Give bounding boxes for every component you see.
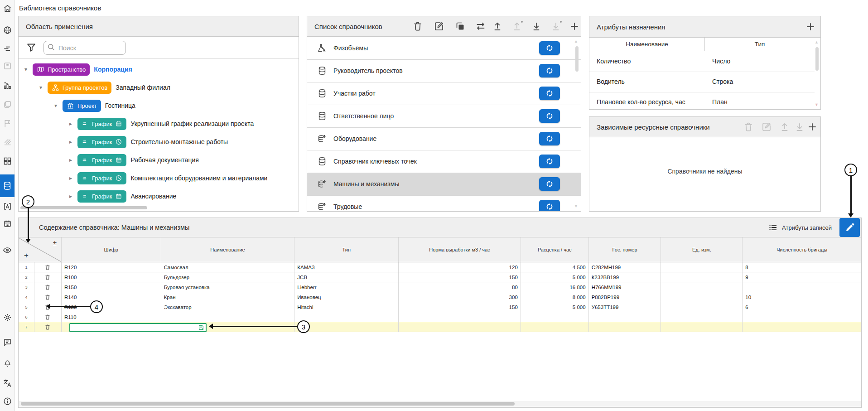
cell-price[interactable] [521, 322, 589, 332]
cell-rate[interactable]: 120 [399, 262, 521, 272]
nav-grid[interactable] [0, 153, 14, 169]
tree-item-label[interactable]: Западный филиал [116, 84, 170, 91]
nav-database-active[interactable] [0, 174, 14, 197]
attr-row-kolichestvo[interactable]: Количество Число [589, 51, 815, 72]
caret-down-icon[interactable]: ▾ [38, 84, 43, 91]
delete-row-button[interactable] [34, 312, 62, 322]
nav-lines[interactable] [0, 40, 14, 57]
cell-price[interactable]: 5 000 [521, 302, 589, 312]
column-header-type[interactable]: Тип [705, 38, 815, 51]
cell-crew[interactable]: 10 [743, 292, 861, 302]
tree-item-project[interactable]: ▾ Проект Гостиница [53, 98, 135, 113]
column-header-plate[interactable]: Гос. номер [589, 237, 661, 262]
cell-code[interactable]: R150 [62, 282, 161, 292]
tree-item-schedule-5[interactable]: ▸ График Авансирование [68, 189, 176, 203]
cell-code[interactable]: R140 [62, 292, 161, 302]
tree-item-label[interactable]: Строительно-монтажные работы [130, 138, 228, 145]
list-item-trudovye[interactable]: Трудовые [307, 195, 581, 212]
add-attribute-button[interactable] [805, 21, 816, 32]
sync-button[interactable] [539, 177, 560, 191]
table-row[interactable]: 2 R100 Бульдозер JCB 150 5 000 К232ВВ199… [19, 272, 861, 282]
upload-button[interactable] [492, 21, 503, 32]
cell-name[interactable]: Кран [161, 292, 295, 302]
cell-crew[interactable] [743, 282, 861, 292]
expand-collapse-control[interactable]: ± [53, 239, 57, 247]
nav-info[interactable] [0, 393, 14, 409]
download-button-disabled[interactable] [794, 121, 805, 132]
nav-calendar[interactable] [0, 215, 14, 232]
column-header-type[interactable]: Тип [294, 237, 399, 262]
list-item-fizobyomy[interactable]: Физобъёмы [307, 37, 581, 60]
cell-plate[interactable]: У653ТТ199 [589, 302, 661, 312]
cell-type[interactable]: КАМАЗ [294, 262, 399, 272]
nav-folders[interactable] [0, 96, 14, 112]
scroll-down-arrow[interactable]: ▼ [815, 102, 819, 107]
nav-home[interactable] [0, 0, 14, 16]
list-item-rukovoditel[interactable]: Руководитель проектов [307, 59, 581, 82]
save-icon[interactable] [198, 324, 204, 331]
nav-eye[interactable] [0, 242, 14, 258]
cell-code[interactable]: R100 [62, 272, 161, 282]
cell-plate[interactable]: Р882ВР199 [589, 292, 661, 302]
delete-button-disabled[interactable] [743, 121, 754, 132]
nav-comments[interactable] [0, 334, 14, 350]
cell-crew[interactable]: 8 [743, 262, 861, 272]
cell-plate[interactable] [589, 322, 661, 332]
cell-price[interactable]: 5 000 [521, 272, 589, 282]
cell-unit[interactable] [661, 322, 743, 332]
cell-crew[interactable] [743, 312, 861, 322]
record-attributes-button[interactable]: Атрибуты записей [768, 222, 832, 232]
cell-type[interactable]: Hitachi [294, 302, 399, 312]
swap-button[interactable] [475, 21, 486, 32]
cell-unit[interactable] [661, 302, 743, 312]
cell-rate[interactable]: 150 [399, 272, 521, 282]
scroll-up-arrow[interactable]: ▲ [574, 39, 578, 44]
cell-price[interactable]: 16 800 [521, 282, 589, 292]
cell-type[interactable]: JCB [294, 272, 399, 282]
upload-dot-button[interactable] [511, 21, 522, 32]
caret-right-icon[interactable]: ▸ [68, 121, 73, 127]
caret-right-icon[interactable]: ▸ [68, 175, 73, 181]
list-item-uchastki[interactable]: Участки работ [307, 82, 581, 105]
sync-button[interactable] [539, 41, 560, 55]
add-dependent-button[interactable] [807, 121, 818, 132]
tree-item-label[interactable]: Рабочая документация [130, 156, 198, 164]
tree-item-label[interactable]: Корпорация [94, 66, 132, 73]
cell-rate[interactable] [399, 322, 521, 332]
copy-button[interactable] [455, 21, 466, 32]
delete-row-button[interactable] [34, 292, 62, 302]
scroll-down-arrow[interactable]: ▼ [574, 204, 578, 208]
sync-button[interactable] [539, 109, 560, 123]
cell-unit[interactable] [661, 282, 743, 292]
delete-button[interactable] [412, 21, 423, 32]
column-header-crew[interactable]: Численность бригады [743, 237, 861, 262]
nav-chart[interactable] [0, 77, 14, 93]
cell-code[interactable]: R120 [62, 262, 161, 272]
list-item-mashiny-selected[interactable]: Машины и механизмы [307, 173, 581, 196]
delete-row-button[interactable] [34, 272, 62, 282]
cell-edit-input[interactable] [69, 323, 207, 332]
upload-button-disabled[interactable] [779, 121, 790, 132]
cell-unit[interactable] [661, 262, 743, 272]
tree-item-space[interactable]: ▾ Пространство Корпорация [23, 62, 132, 77]
tree-item-schedule-2[interactable]: ▸ График Строительно-монтажные работы [68, 135, 228, 149]
edit-button[interactable] [434, 21, 444, 32]
column-header-name[interactable]: Наименование [161, 237, 295, 262]
edit-mode-button[interactable] [839, 218, 860, 237]
cell-type[interactable]: Liebherr [294, 282, 399, 292]
download-dot-button[interactable] [550, 21, 561, 32]
cell-crew[interactable]: 9 [743, 272, 861, 282]
cell-type[interactable] [294, 312, 399, 322]
sync-button[interactable] [539, 155, 560, 168]
delete-row-button[interactable] [34, 282, 62, 292]
sync-button[interactable] [539, 64, 560, 77]
cell-rate[interactable]: 300 [399, 292, 521, 302]
add-button[interactable] [569, 21, 580, 32]
list-item-oborudovanie[interactable]: Оборудование [307, 127, 581, 150]
sync-button[interactable] [539, 132, 560, 145]
cell-plate[interactable]: Н766ММ199 [589, 282, 661, 292]
vertical-scrollbar[interactable] [575, 46, 579, 72]
cell-name[interactable] [161, 312, 295, 322]
cell-name[interactable]: Бульдозер [161, 272, 295, 282]
tree-item-label[interactable]: Авансирование [130, 193, 176, 200]
